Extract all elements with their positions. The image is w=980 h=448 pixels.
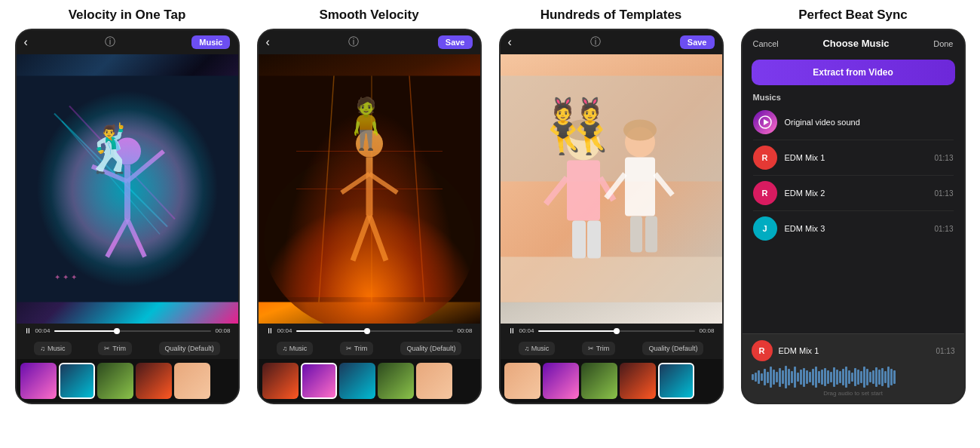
trim-btn-1[interactable]: ✂ Trim: [98, 342, 132, 355]
music-btn-3[interactable]: ♫ Music: [519, 342, 556, 355]
progress-area-3: ⏸ 00:04 00:08: [501, 324, 722, 338]
thumb-3-4[interactable]: [620, 363, 656, 399]
progress-track-1[interactable]: [54, 330, 212, 332]
progress-thumb-2[interactable]: [364, 328, 370, 334]
waveform-bar: [854, 368, 856, 386]
waveform[interactable]: [752, 366, 955, 388]
thumb-2-5[interactable]: [416, 363, 452, 399]
waveform-bar: [758, 370, 760, 384]
save-button[interactable]: Music: [191, 35, 230, 49]
back-icon-3[interactable]: ‹: [508, 35, 512, 49]
trim-btn-3[interactable]: ✂ Trim: [582, 342, 615, 355]
music-avatar-original: [753, 110, 777, 134]
bottom-player-row: R EDM Mix 1 01:13: [752, 340, 955, 361]
music-avatar-edm2: R: [753, 181, 777, 205]
music-name-edm2: EDM Mix 2: [785, 189, 927, 198]
phone1-topbar: ‹ ⓘ Music: [17, 30, 238, 54]
music-btn-1[interactable]: ♫ Music: [34, 342, 71, 355]
info-icon-2[interactable]: ⓘ: [348, 35, 359, 49]
info-icon-3[interactable]: ⓘ: [590, 35, 601, 49]
music-duration-edm3: 01:13: [934, 225, 953, 233]
progress-thumb-3[interactable]: [614, 328, 620, 334]
waveform-bar: [893, 370, 896, 384]
thumb-2-4[interactable]: [378, 363, 414, 399]
music-item-edm3[interactable]: J EDM Mix 3 01:13: [743, 211, 964, 246]
panel3-title: Hundreds of Templates: [537, 8, 685, 23]
waveform-bar: [752, 374, 754, 380]
progress-thumb-1[interactable]: [114, 328, 120, 334]
progress-area-1: ⏸ 00:04 00:08: [17, 324, 238, 338]
phone3-topbar: ‹ ⓘ Save: [501, 30, 722, 54]
thumb-1-1[interactable]: [20, 363, 57, 399]
extract-from-video-button[interactable]: Extract from Video: [752, 60, 955, 85]
thumb-1-2[interactable]: [59, 363, 95, 399]
music-item-original[interactable]: Original video sound: [743, 105, 964, 140]
thumb-2-2[interactable]: [301, 363, 337, 399]
panel1-title: Velocity in One Tap: [66, 8, 189, 23]
waveform-bar: [887, 367, 890, 388]
quality-btn-3[interactable]: Quality (Default): [642, 342, 703, 355]
save-button-2[interactable]: Save: [438, 35, 473, 49]
done-button[interactable]: Done: [933, 39, 953, 48]
quality-btn-2[interactable]: Quality (Default): [400, 342, 461, 355]
svg-text:✦ ✦ ✦: ✦ ✦ ✦: [54, 273, 77, 281]
svg-line-16: [409, 76, 424, 302]
thumb-2-3[interactable]: [339, 363, 375, 399]
waveform-bar: [836, 370, 838, 385]
pause-icon-3[interactable]: ⏸: [508, 327, 516, 335]
pause-icon-2[interactable]: ⏸: [266, 327, 274, 335]
music-avatar-edm1: R: [753, 146, 777, 170]
phone-3: ‹ ⓘ Save: [499, 29, 724, 404]
music-item-edm1[interactable]: R EDM Mix 1 01:13: [743, 140, 964, 175]
waveform-bar: [803, 368, 805, 387]
waveform-bar: [842, 369, 844, 385]
waveform-bar: [878, 370, 880, 385]
svg-rect-12: [259, 76, 480, 302]
progress-track-2[interactable]: [296, 330, 454, 332]
phone-1: ‹ ⓘ Music: [15, 29, 240, 404]
video-area-3: [501, 54, 722, 324]
waveform-bar: [806, 370, 808, 384]
waveform-bar: [833, 367, 835, 387]
quality-btn-1[interactable]: Quality (Default): [159, 342, 220, 355]
music-info-original: Original video sound: [785, 118, 954, 127]
back-icon[interactable]: ‹: [24, 35, 28, 49]
music-header: Cancel Choose Music Done: [743, 30, 964, 55]
cancel-button[interactable]: Cancel: [753, 39, 779, 48]
info-icon[interactable]: ⓘ: [105, 35, 115, 49]
musics-label: Musics: [743, 90, 964, 105]
thumb-1-4[interactable]: [136, 363, 172, 399]
svg-line-8: [127, 152, 164, 182]
music-item-edm2[interactable]: R EDM Mix 2 01:13: [743, 176, 964, 210]
trim-btn-2[interactable]: ✂ Trim: [340, 342, 373, 355]
save-button-3[interactable]: Save: [680, 35, 715, 49]
waveform-bar: [866, 369, 868, 385]
music-btn-2[interactable]: ♫ Music: [277, 342, 314, 355]
svg-line-2: [54, 114, 167, 227]
waveform-bar: [800, 370, 802, 385]
bottom-player-avatar: R: [752, 340, 773, 361]
progress-track-3[interactable]: [538, 330, 696, 332]
thumb-1-3[interactable]: [97, 363, 133, 399]
waveform-bar: [794, 367, 796, 388]
thumb-2-1[interactable]: [262, 363, 299, 399]
waveform-bar: [815, 367, 817, 388]
pause-icon-1[interactable]: ⏸: [24, 327, 32, 335]
thumb-3-3[interactable]: [581, 363, 617, 399]
music-info-edm1: EDM Mix 1: [785, 153, 927, 162]
thumb-3-2[interactable]: [543, 363, 579, 399]
panel-perfect-beat-sync: Perfect Beat Sync Cancel Choose Music Do…: [735, 8, 971, 404]
bottom-player-name: EDM Mix 1: [779, 346, 930, 355]
time-start-2: 00:04: [277, 327, 292, 334]
bottom-music-player: R EDM Mix 1 01:13 Drag audio to set star…: [743, 333, 964, 403]
music-name-edm3: EDM Mix 3: [785, 224, 927, 233]
thumb-3-5[interactable]: [658, 363, 694, 399]
video-placeholder-1: ✦ ✦ ✦: [17, 54, 238, 324]
waveform-bar: [848, 370, 850, 384]
thumb-3-1[interactable]: [504, 363, 541, 399]
svg-line-4: [69, 106, 175, 219]
back-icon-2[interactable]: ‹: [266, 35, 270, 49]
svg-rect-39: [645, 216, 657, 253]
drag-label: Drag audio to set start: [752, 390, 955, 397]
thumb-1-5[interactable]: [174, 363, 210, 399]
